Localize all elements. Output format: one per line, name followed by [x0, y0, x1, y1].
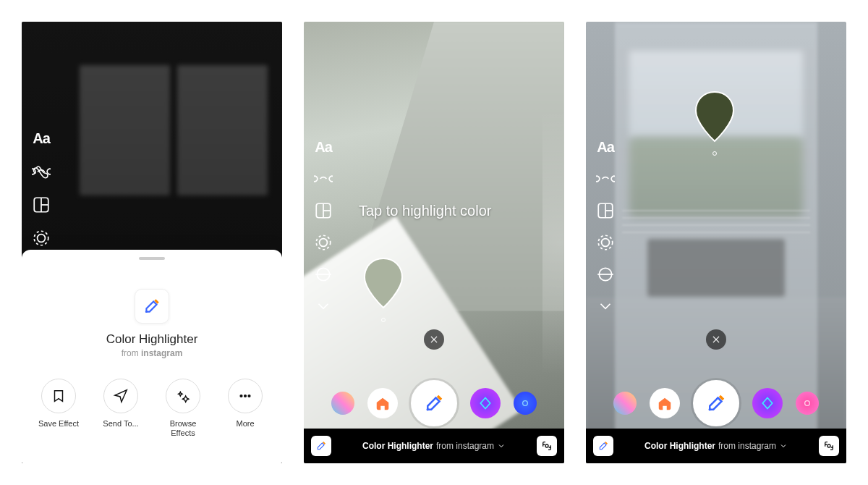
- eyedropper-icon: [142, 297, 161, 316]
- svg-point-13: [316, 235, 331, 250]
- story-tools-rail: Aa: [314, 138, 333, 316]
- svg-point-24: [602, 239, 610, 247]
- color-picker-pin[interactable]: [362, 257, 405, 309]
- switch-camera-button[interactable]: [819, 436, 839, 456]
- effect-attribution-button[interactable]: Color Highlighter from instagram: [339, 441, 529, 451]
- effect-thumb[interactable]: [367, 388, 398, 418]
- effect-thumb-selected[interactable]: [411, 380, 457, 426]
- svg-point-4: [34, 231, 48, 245]
- bar-effect-from: from instagram: [718, 441, 776, 451]
- infinity-icon: [596, 169, 615, 188]
- screenshot-panel-1: Aa Color Highlighter from instagram S: [22, 22, 282, 463]
- effect-thumb-selected[interactable]: [693, 380, 739, 426]
- close-icon: [429, 334, 439, 345]
- text-tool[interactable]: Aa: [314, 138, 333, 156]
- svg-point-12: [320, 239, 328, 247]
- effect-thumb[interactable]: [514, 392, 537, 415]
- close-icon: [711, 334, 721, 345]
- hands-free-tool[interactable]: [314, 233, 333, 252]
- camera-icon: [519, 397, 531, 409]
- infinity-icon: [314, 169, 333, 188]
- sheet-action-row: Save Effect Send To... Browse Effects Mo…: [22, 379, 282, 438]
- svg-point-25: [598, 235, 613, 250]
- expand-tools[interactable]: [596, 297, 615, 316]
- text-tool[interactable]: Aa: [32, 129, 51, 148]
- level-tool[interactable]: [596, 265, 615, 284]
- svg-point-8: [248, 395, 250, 397]
- hands-free-tool[interactable]: [32, 229, 51, 248]
- horizon-icon: [314, 265, 333, 284]
- focus-ring-icon: [32, 229, 51, 248]
- send-to-button[interactable]: Send To...: [94, 379, 148, 438]
- text-icon: Aa: [597, 139, 614, 156]
- focus-ring-icon: [596, 233, 615, 252]
- sparkle-icon: [175, 388, 191, 404]
- color-picker-pin[interactable]: [693, 90, 736, 143]
- layout-tool[interactable]: [32, 195, 51, 214]
- chevron-down-icon: [596, 297, 615, 316]
- effect-carousel[interactable]: [586, 378, 846, 429]
- effect-bottom-sheet: Color Highlighter from instagram Save Ef…: [22, 250, 282, 463]
- layout-icon: [596, 201, 615, 220]
- screenshot-panel-2: Aa Tap to highlight color: [304, 22, 564, 463]
- diamond-icon: [478, 396, 493, 410]
- effect-thumb[interactable]: [752, 388, 783, 418]
- effect-title: Color Highlighter: [106, 332, 198, 347]
- svg-point-7: [244, 395, 247, 397]
- text-icon: Aa: [33, 130, 50, 147]
- send-to-label: Send To...: [103, 419, 138, 429]
- camera-switch-icon: [823, 440, 835, 452]
- effect-thumb[interactable]: [331, 392, 354, 415]
- effect-carousel[interactable]: [304, 378, 564, 429]
- close-effect-button[interactable]: [424, 329, 444, 350]
- house-icon: [375, 395, 391, 411]
- infinity-icon: [32, 162, 51, 181]
- close-effect-button[interactable]: [706, 329, 726, 350]
- effect-info-thumb[interactable]: [593, 436, 613, 456]
- svg-point-31: [805, 401, 810, 406]
- effect-thumb[interactable]: [470, 388, 501, 418]
- eyedropper-icon: [705, 392, 727, 414]
- bookmark-icon: [51, 388, 67, 404]
- layout-tool[interactable]: [596, 201, 615, 220]
- sheet-drag-handle[interactable]: [139, 257, 165, 260]
- effect-thumb[interactable]: [613, 392, 637, 415]
- text-tool[interactable]: Aa: [596, 138, 615, 156]
- save-effect-label: Save Effect: [38, 419, 79, 429]
- layout-icon: [314, 201, 333, 220]
- effect-author: from instagram: [122, 348, 183, 358]
- svg-point-19: [523, 401, 528, 406]
- more-button[interactable]: More: [218, 379, 272, 438]
- hands-free-tool[interactable]: [596, 233, 615, 252]
- switch-camera-button[interactable]: [537, 436, 557, 456]
- paper-plane-icon: [113, 388, 129, 404]
- eyedropper-icon: [597, 440, 609, 452]
- effect-attribution-button[interactable]: Color Highlighter from instagram: [621, 441, 812, 451]
- eyedropper-icon: [423, 392, 445, 414]
- boomerang-tool[interactable]: [596, 169, 615, 188]
- dots-icon: [237, 388, 253, 404]
- effect-thumb[interactable]: [650, 388, 680, 418]
- bar-effect-from: from instagram: [436, 441, 494, 451]
- save-effect-button[interactable]: Save Effect: [32, 379, 85, 438]
- boomerang-tool[interactable]: [314, 169, 333, 188]
- effect-hint-text: Tap to highlight color: [359, 203, 491, 219]
- chevron-down-icon: [314, 297, 333, 316]
- camera-switch-icon: [541, 440, 553, 452]
- expand-tools[interactable]: [314, 297, 333, 316]
- boomerang-tool[interactable]: [32, 162, 51, 181]
- browse-effects-label: Browse Effects: [158, 419, 208, 438]
- svg-point-5: [145, 311, 148, 313]
- effect-info-thumb[interactable]: [311, 436, 331, 456]
- layout-icon: [32, 195, 51, 214]
- pin-sample-dot: [381, 318, 386, 322]
- effect-preview-tile[interactable]: [135, 289, 169, 324]
- house-icon: [657, 395, 673, 411]
- effect-thumb[interactable]: [796, 392, 819, 415]
- level-tool[interactable]: [314, 265, 333, 284]
- more-label: More: [236, 419, 254, 429]
- svg-point-32: [827, 444, 830, 447]
- browse-effects-button[interactable]: Browse Effects: [156, 379, 210, 438]
- text-icon: Aa: [315, 139, 332, 156]
- layout-tool[interactable]: [314, 201, 333, 220]
